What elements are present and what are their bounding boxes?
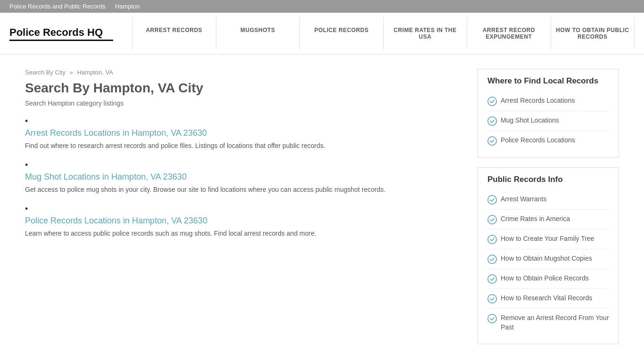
svg-point-4 [488, 215, 496, 224]
section-desc-1: Find out where to research arrest record… [25, 141, 459, 151]
check-icon-4 [487, 195, 497, 205]
check-icon-9 [487, 294, 497, 304]
content-area: Search By City » Hampton, VA Search By H… [25, 69, 459, 354]
sidebar-link-text-5: Crime Rates in America [501, 214, 570, 224]
sidebar-link-family-tree[interactable]: How to Create Your Family Tree [487, 230, 609, 249]
sidebar-link-warrants[interactable]: Arrest Warrants [487, 190, 609, 210]
main-nav: ARREST RECORDS MUGSHOTS POLICE RECORDS C… [132, 17, 635, 49]
sidebar-link-police-locations[interactable]: Police Records Locations [487, 131, 609, 150]
sidebar-link-police-records[interactable]: How to Obtain Police Records [487, 269, 609, 289]
sidebar-link-text-10: Remove an Arrest Record From Your Past [501, 313, 609, 332]
svg-point-8 [488, 295, 496, 303]
sidebar-link-text-2: Mug Shot Locations [501, 116, 559, 125]
section-desc-2: Get access to police mug shots in your c… [25, 185, 459, 195]
page-subtitle: Search Hampton category listings [25, 99, 459, 107]
sidebar-link-crime-rates[interactable]: Crime Rates in America [487, 210, 609, 230]
bullet-3: • [25, 204, 459, 214]
sidebar-link-mugshot-copies[interactable]: How to Obtain Mugshot Copies [487, 249, 609, 269]
sidebar-info-title: Public Records Info [487, 175, 609, 184]
svg-point-0 [488, 97, 496, 106]
section-arrest-records: • Arrest Records Locations in Hampton, V… [25, 116, 459, 151]
section-title-1[interactable]: Arrest Records Locations in Hampton, VA … [25, 128, 459, 138]
nav-obtain-records[interactable]: HOW TO OBTAIN PUBLIC RECORDS [551, 17, 635, 49]
svg-point-9 [488, 314, 496, 323]
nav-crime-rates[interactable]: CRIME RATES IN THE USA [384, 17, 468, 49]
breadcrumb-current: Hampton, VA [77, 69, 113, 76]
sidebar-link-mug-locations[interactable]: Mug Shot Locations [487, 111, 609, 131]
sidebar-link-text-8: How to Obtain Police Records [501, 274, 589, 283]
section-title-2[interactable]: Mug Shot Locations in Hampton, VA 23630 [25, 172, 459, 182]
svg-point-5 [488, 235, 496, 244]
check-icon-6 [487, 235, 497, 244]
sidebar-local-box: Where to Find Local Records Arrest Recor… [478, 69, 619, 158]
svg-point-3 [488, 196, 496, 204]
check-icon-10 [487, 314, 497, 323]
svg-point-6 [488, 255, 496, 263]
nav-police-records[interactable]: POLICE RECORDS [300, 17, 384, 49]
header: Police Records HQ ARREST RECORDS MUGSHOT… [0, 13, 644, 55]
section-police-records: • Police Records Locations in Hampton, V… [25, 204, 459, 239]
main-layout: Search By City » Hampton, VA Search By H… [16, 55, 628, 362]
check-icon-5 [487, 215, 497, 224]
page-title: Search By Hampton, VA City [25, 81, 459, 96]
nav-arrest-records[interactable]: ARREST RECORDS [132, 17, 216, 49]
breadcrumb: Search By City » Hampton, VA [25, 69, 459, 76]
nav-expungement[interactable]: ARREST RECORD EXPUNGEMENT [467, 17, 551, 49]
sidebar-link-text-4: Arrest Warrants [501, 195, 547, 204]
section-mug-shots: • Mug Shot Locations in Hampton, VA 2363… [25, 160, 459, 195]
sidebar-link-vital-records[interactable]: How to Research Vital Records [487, 289, 609, 309]
sidebar-link-text-7: How to Obtain Mugshot Copies [501, 254, 592, 263]
svg-point-1 [488, 117, 496, 125]
sidebar-link-text-9: How to Research Vital Records [501, 294, 592, 303]
sidebar-link-text-6: How to Create Your Family Tree [501, 234, 594, 244]
topbar-link-site[interactable]: Police Records and Public Records [9, 3, 106, 10]
svg-point-7 [488, 275, 496, 283]
topbar-link-city[interactable]: Hampton [115, 3, 140, 10]
check-icon-7 [487, 255, 497, 264]
check-icon-3 [487, 136, 497, 146]
bullet-1: • [25, 116, 459, 126]
nav-mugshots[interactable]: MUGSHOTS [216, 17, 300, 49]
section-title-3[interactable]: Police Records Locations in Hampton, VA … [25, 216, 459, 226]
site-logo[interactable]: Police Records HQ [9, 26, 113, 41]
check-icon-1 [487, 97, 497, 106]
sidebar-link-arrest-locations[interactable]: Arrest Records Locations [487, 91, 609, 111]
section-desc-3: Learn where to access public police reco… [25, 229, 459, 239]
check-icon-2 [487, 116, 497, 126]
breadcrumb-parent[interactable]: Search By City [25, 69, 66, 76]
svg-point-2 [488, 137, 496, 145]
sidebar-link-text-1: Arrest Records Locations [501, 96, 575, 106]
top-bar: Police Records and Public Records Hampto… [0, 0, 644, 13]
sidebar-link-remove-arrest[interactable]: Remove an Arrest Record From Your Past [487, 309, 609, 337]
bullet-2: • [25, 160, 459, 170]
sidebar-info-box: Public Records Info Arrest Warrants Crim… [478, 167, 619, 344]
sidebar-link-text-3: Police Records Locations [501, 136, 575, 145]
sidebar: Where to Find Local Records Arrest Recor… [478, 69, 619, 354]
sidebar-local-title: Where to Find Local Records [487, 76, 609, 86]
check-icon-8 [487, 274, 497, 284]
breadcrumb-sep: » [70, 69, 73, 76]
